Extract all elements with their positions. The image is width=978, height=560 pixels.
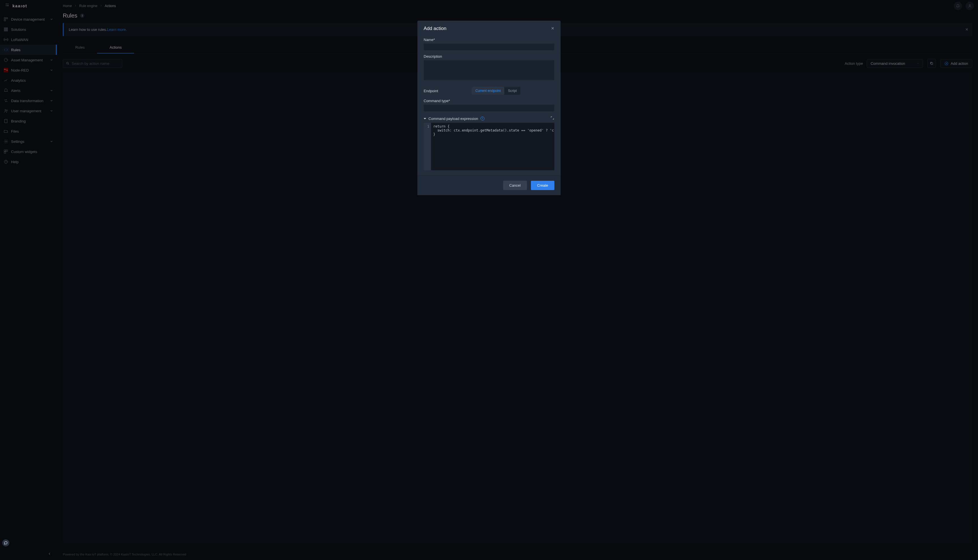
endpoint-option-script[interactable]: Script: [504, 87, 521, 95]
modal-footer: Cancel Create: [417, 175, 561, 195]
help-icon[interactable]: ?: [481, 117, 484, 120]
cancel-button[interactable]: Cancel: [503, 181, 527, 190]
modal-body: Name* Description Endpoint Current endpo…: [417, 34, 561, 175]
code-content[interactable]: return { switch: ctx.endpoint.getMetadat…: [431, 123, 554, 170]
modal-title: Add action: [424, 26, 446, 32]
chat-bubble-button[interactable]: [2, 539, 9, 547]
description-input[interactable]: [424, 60, 554, 80]
expression-header: Command payload expression ?: [424, 116, 554, 121]
endpoint-row: Endpoint Current endpoint Script: [424, 87, 554, 95]
modal-header: Add action: [417, 21, 561, 34]
add-action-modal: Add action Name* Description Endpoint Cu…: [417, 21, 561, 195]
command-type-input[interactable]: [424, 105, 554, 112]
code-gutter: 1: [424, 123, 431, 170]
name-label: Name*: [424, 38, 554, 42]
expand-icon[interactable]: [551, 116, 554, 121]
endpoint-option-current[interactable]: Current endpoint: [472, 87, 504, 95]
expression-label: Command payload expression: [429, 117, 478, 121]
modal-close-button[interactable]: [551, 26, 554, 31]
modal-overlay: Add action Name* Description Endpoint Cu…: [0, 0, 978, 560]
command-type-label: Command type*: [424, 99, 554, 103]
endpoint-label: Endpoint: [424, 89, 438, 93]
caret-down-icon[interactable]: [424, 116, 426, 121]
code-editor[interactable]: 1 return { switch: ctx.endpoint.getMetad…: [424, 123, 554, 170]
description-label: Description: [424, 54, 554, 58]
endpoint-toggle: Current endpoint Script: [472, 87, 521, 95]
create-button[interactable]: Create: [531, 181, 554, 190]
name-input[interactable]: [424, 43, 554, 50]
